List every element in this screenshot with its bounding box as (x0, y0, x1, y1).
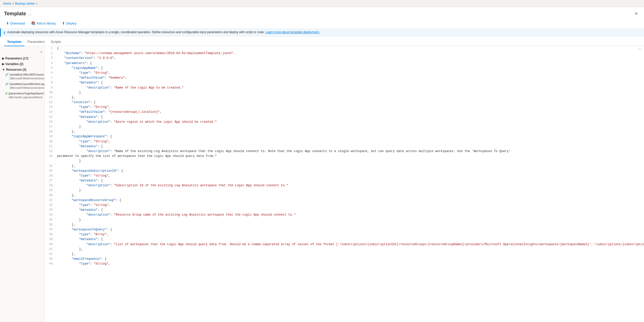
table-row: 12 "location": { (45, 100, 644, 105)
sidebar-collapse-button[interactable]: « (40, 49, 43, 55)
download-label: Download (10, 21, 25, 25)
line-number (45, 159, 55, 164)
sidebar-resources-section[interactable]: ▼ Resources (3) (0, 66, 44, 72)
breadcrumb-home[interactable]: Home (3, 2, 11, 5)
table-row: 15 "metadata": { (45, 115, 644, 120)
tab-parameters[interactable]: Parameters (24, 38, 48, 46)
line-content: "description": "Resource Group name of t… (55, 213, 644, 217)
line-number: 20 (45, 139, 55, 144)
line-content: "metadata": { (55, 208, 644, 213)
table-row: 41 }, (45, 247, 644, 252)
resource-2-text: [variables('azureMonitorLogsConn (Micros… (10, 82, 45, 90)
line-content: { (55, 46, 644, 51)
sidebar-variables-section[interactable]: ▶ Variables (2) (0, 61, 44, 66)
line-number: 9 (45, 85, 55, 90)
table-row: 35 } (45, 218, 644, 222)
minimap-toggle[interactable]: — (638, 47, 641, 50)
sidebar: « ▶ Parameters (17) ▶ Variables (2) ▼ Re… (0, 46, 45, 322)
line-content: } (55, 90, 644, 95)
line-number: 31 (45, 198, 55, 203)
line-number: 14 (45, 110, 55, 115)
table-row: 5 "logicAppName": { (45, 66, 644, 71)
line-number: 26 (45, 174, 55, 178)
line-content: }, (55, 95, 644, 100)
table-row: 33 "metadata": { (45, 208, 644, 213)
table-row: 36 }, (45, 222, 644, 227)
line-number: 16 (45, 120, 55, 125)
line-number: 36 (45, 222, 55, 227)
table-row: 14 "defaultValue": "[resourceGroup().loc… (45, 110, 644, 115)
line-content: "type": "string", (55, 174, 644, 178)
line-content: "contentVersion": "1.0.0.0", (55, 56, 644, 61)
toolbar: ⬇ Download 📚 Add to library ⬆ Deploy (0, 19, 644, 28)
line-number: 40 (45, 242, 55, 247)
line-content: }, (55, 252, 644, 257)
page-title: Template (4, 11, 26, 17)
table-row: } (45, 159, 644, 164)
table-row: 27 "metadata": { (45, 178, 644, 183)
line-number: 22 (45, 149, 55, 154)
sidebar-resource-1[interactable]: 🔗 [variables('office365ConnectionNa (Mic… (0, 72, 44, 81)
code-editor: — 1{2 "$schema": "https://schema.managem… (45, 46, 644, 322)
line-number: 34 (45, 213, 55, 217)
table-row: 38 "type": "Array", (45, 232, 644, 237)
line-content: "type": "string", (55, 203, 644, 208)
sidebar-parameters-section[interactable]: ▶ Parameters (17) (0, 55, 44, 61)
table-row: 10 } (45, 90, 644, 95)
table-row: 8 "metadata": { (45, 80, 644, 85)
line-content: "logicAppWorkspace": { (55, 134, 644, 139)
table-row: 18 }, (45, 129, 644, 134)
table-row: 16 "description": "Azure region in which… (45, 120, 644, 125)
table-row: 43 "emailFrequency": { (45, 257, 644, 262)
line-content: "metadata": { (55, 237, 644, 242)
line-content: }, (55, 164, 644, 169)
tab-template[interactable]: Template (4, 38, 24, 46)
learn-more-link[interactable]: Learn more about template deployment. (265, 30, 320, 34)
line-content: parameter to specify the list of workspa… (55, 154, 644, 159)
download-icon: ⬇ (6, 21, 9, 25)
line-content: "type": "String", (55, 105, 644, 110)
add-to-library-label: Add to library (36, 21, 56, 25)
table-row: 2 "$schema": "https://schema.management.… (45, 51, 644, 56)
line-content: "metadata": { (55, 115, 644, 120)
table-row: 26 "type": "string", (45, 174, 644, 178)
line-number: 1 (45, 46, 55, 51)
line-content: } (55, 188, 644, 193)
line-content: } (55, 159, 644, 164)
sidebar-resource-3[interactable]: ⚙ [parameters('logicAppName')] (Microsof… (0, 91, 44, 100)
line-number: 28 (45, 183, 55, 188)
line-content: "type": "String", (55, 71, 644, 76)
table-row: 13 "type": "String", (45, 105, 644, 110)
line-content: "metadata": { (55, 80, 644, 85)
line-number: 21 (45, 144, 55, 149)
table-row: 11 }, (45, 95, 644, 100)
info-banner: ℹ Automate deploying resources with Azur… (0, 28, 644, 37)
table-row: 31 "workspaceResourceGroup": { (45, 198, 644, 203)
add-to-library-button[interactable]: 📚 Add to library (29, 20, 58, 26)
tab-scripts[interactable]: Scripts (48, 38, 64, 46)
line-content: "workspaceSubscriptionId": { (55, 169, 644, 174)
line-number: 13 (45, 105, 55, 110)
chevron-resources-icon: ▼ (2, 68, 5, 71)
deploy-label: Deploy (66, 21, 76, 25)
line-number: 15 (45, 115, 55, 120)
line-content: } (55, 125, 644, 129)
line-number: 17 (45, 125, 55, 129)
table-row: 29 } (45, 188, 644, 193)
deploy-button[interactable]: ⬆ Deploy (60, 20, 78, 26)
line-content: "description": "Name of the Logic App to… (55, 85, 644, 90)
table-row: 30 }, (45, 193, 644, 198)
table-row: 24 }, (45, 164, 644, 169)
page-options-button[interactable]: ... (28, 11, 31, 16)
sidebar-resource-2[interactable]: 🔗 [variables('azureMonitorLogsConn (Micr… (0, 81, 44, 91)
table-row: 3 "contentVersion": "1.0.0.0", (45, 56, 644, 61)
download-button[interactable]: ⬇ Download (4, 20, 27, 26)
line-number: 41 (45, 247, 55, 252)
line-number: 43 (45, 257, 55, 262)
line-content: "defaultValue": "Summary", (55, 76, 644, 80)
line-number: 23 (45, 154, 55, 159)
breadcrumb-backup-center[interactable]: Backup center (15, 2, 35, 5)
line-number: 7 (45, 76, 55, 80)
close-button[interactable]: ✕ (633, 10, 640, 17)
connection-icon-1: 🔗 (5, 73, 9, 77)
